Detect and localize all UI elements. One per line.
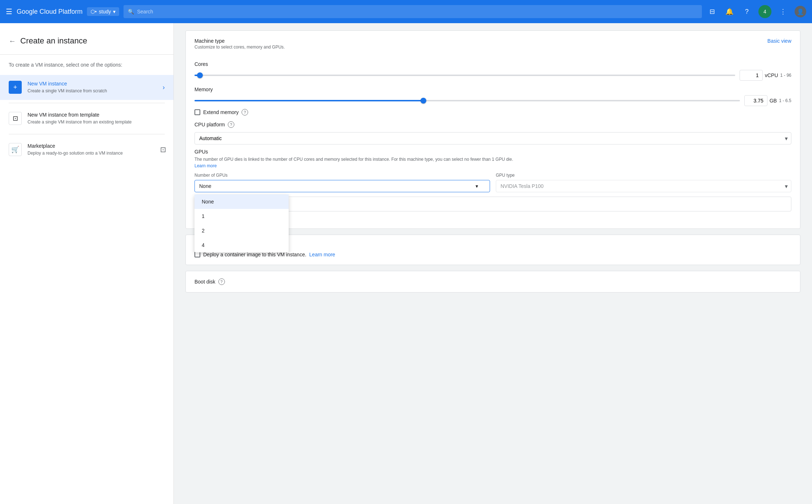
- cpu-platform-label: CPU platform: [194, 122, 225, 127]
- boot-disk-label: Boot disk: [194, 279, 215, 285]
- basic-view-link[interactable]: Basic view: [767, 38, 791, 44]
- search-bar[interactable]: 🔍: [124, 5, 702, 18]
- user-profile-icon[interactable]: 👤: [795, 6, 806, 17]
- project-icon: ⬡•: [91, 9, 97, 14]
- cores-value-input[interactable]: 1: [740, 70, 763, 81]
- container-learn-more-link[interactable]: Learn more: [309, 252, 335, 257]
- badge-count: 4: [763, 9, 766, 14]
- account-avatar[interactable]: 4: [758, 5, 771, 18]
- template-icon: ⊡: [9, 112, 22, 125]
- menu-icon[interactable]: ☰: [6, 7, 12, 16]
- memory-value-input[interactable]: 3.75: [744, 95, 767, 106]
- page-container: ← Create an instance To create a VM inst…: [0, 23, 812, 504]
- memory-slider-track: [194, 100, 740, 101]
- memory-label: Memory: [194, 87, 791, 92]
- chevron-down-icon: ▾: [113, 9, 116, 14]
- search-input[interactable]: [137, 9, 698, 14]
- sidebar-divider-2: [9, 134, 165, 134]
- memory-input-group: 3.75 GB 1 - 6.5: [744, 95, 791, 106]
- sidebar-item-new-vm[interactable]: + New VM instance Create a single VM ins…: [0, 75, 173, 100]
- cpu-platform-help-icon[interactable]: ?: [228, 121, 234, 128]
- extend-memory-row: Extend memory ?: [194, 109, 791, 116]
- more-options-icon[interactable]: ⋮: [777, 6, 789, 17]
- gpu-type-label: GPU type: [496, 173, 791, 178]
- logo-text: Google Cloud Platform: [17, 8, 83, 16]
- memory-slider-container[interactable]: [194, 97, 740, 104]
- gpu-number-select-wrapper: None ▾ None 1: [194, 180, 490, 192]
- sidebar-description: To create a VM instance, select one of t…: [0, 55, 173, 75]
- machine-type-label: Machine type: [194, 38, 285, 44]
- template-content: New VM instance from template Create a s…: [28, 112, 165, 125]
- cores-slider-row: 1 vCPU 1 - 96: [194, 70, 791, 81]
- cores-unit: vCPU: [765, 72, 778, 78]
- gpus-title: GPUs: [194, 149, 791, 155]
- new-vm-content: New VM instance Create a single VM insta…: [28, 81, 157, 94]
- marketplace-icon: 🛒: [9, 143, 22, 156]
- page-header: ← Create an instance: [0, 30, 173, 55]
- gpu-option-none[interactable]: None: [194, 194, 289, 209]
- new-vm-desc: Create a single VM instance from scratch: [28, 88, 157, 94]
- gpu-number-value: None: [199, 183, 211, 189]
- chevron-right-icon: ›: [163, 84, 165, 91]
- back-button[interactable]: ←: [9, 37, 16, 45]
- machine-type-labels: Machine type Customize to select cores, …: [194, 38, 285, 55]
- nav-icons: ⊟ 🔔 ? 4 ⋮ 👤: [706, 5, 806, 18]
- gpu-number-select-trigger[interactable]: None ▾: [194, 180, 490, 192]
- launch-icon[interactable]: ⊡: [160, 145, 166, 154]
- project-name: study: [99, 9, 111, 14]
- extend-memory-label: Extend memory: [203, 109, 239, 115]
- gpu-option-1-label: 1: [202, 213, 205, 219]
- marketplace-content: Marketplace Deploy a ready-to-go solutio…: [28, 143, 165, 156]
- boot-disk-card: Boot disk ?: [185, 271, 800, 293]
- boot-disk-help-icon[interactable]: ?: [218, 278, 225, 285]
- sidebar-divider-1: [9, 103, 165, 103]
- gpu-controls: Number of GPUs None ▾ None: [194, 173, 791, 192]
- memory-slider-row: 3.75 GB 1 - 6.5: [194, 95, 791, 106]
- container-row: Deploy a container image to this VM inst…: [194, 252, 791, 257]
- memory-slider-fill: [194, 100, 423, 101]
- gpu-option-none-label: None: [202, 199, 214, 205]
- gpu-option-2[interactable]: 2: [194, 223, 289, 238]
- cloud-shell-icon[interactable]: ⊟: [706, 6, 718, 17]
- gpu-option-2-label: 2: [202, 228, 205, 234]
- notifications-icon[interactable]: 🔔: [724, 6, 735, 17]
- gpu-option-4-label: 4: [202, 242, 205, 248]
- cores-slider-thumb[interactable]: [197, 72, 203, 78]
- new-vm-icon: +: [9, 81, 22, 94]
- container-checkbox-label: Deploy a container image to this VM inst…: [203, 252, 306, 257]
- cores-label: Cores: [194, 61, 791, 67]
- gpus-section: GPUs The number of GPU dies is linked to…: [194, 149, 791, 221]
- machine-type-sublabel: Customize to select cores, memory and GP…: [194, 45, 285, 50]
- main-content: Machine type Customize to select cores, …: [174, 23, 812, 504]
- sidebar: ← Create an instance To create a VM inst…: [0, 23, 174, 504]
- machine-type-card: Machine type Customize to select cores, …: [185, 30, 800, 229]
- marketplace-title: Marketplace: [28, 143, 165, 149]
- gpu-number-dropdown: None 1 2 4: [194, 194, 289, 252]
- memory-slider-thumb[interactable]: [420, 98, 426, 104]
- container-checkbox[interactable]: [194, 252, 200, 257]
- new-vm-title: New VM instance: [28, 81, 157, 87]
- cores-slider-container[interactable]: [194, 72, 735, 79]
- cores-input-group: 1 vCPU 1 - 96: [740, 70, 791, 81]
- help-icon[interactable]: ?: [741, 6, 753, 17]
- project-selector[interactable]: ⬡• study ▾: [87, 7, 119, 16]
- sidebar-item-marketplace[interactable]: 🛒 Marketplace Deploy a ready-to-go solut…: [0, 137, 173, 162]
- gpu-option-1[interactable]: 1: [194, 209, 289, 223]
- extend-memory-help-icon[interactable]: ?: [242, 109, 248, 116]
- gpu-type-select-wrapper: NVIDIA Tesla P100 ▾: [496, 180, 791, 192]
- gpu-type-select[interactable]: NVIDIA Tesla P100: [496, 180, 791, 192]
- sidebar-item-template[interactable]: ⊡ New VM instance from template Create a…: [0, 106, 173, 131]
- extend-memory-checkbox[interactable]: [194, 109, 200, 115]
- cores-slider-track: [194, 75, 735, 76]
- cpu-platform-select[interactable]: Automatic Intel Skylake Intel Broadwell …: [194, 132, 791, 144]
- gpu-type-col: GPU type NVIDIA Tesla P100 ▾: [496, 173, 791, 192]
- search-icon: 🔍: [128, 9, 134, 14]
- marketplace-desc: Deploy a ready-to-go solution onto a VM …: [28, 150, 165, 156]
- machine-type-header: Machine type Customize to select cores, …: [194, 38, 791, 55]
- memory-unit: GB: [770, 98, 777, 104]
- gpu-number-col: Number of GPUs None ▾ None: [194, 173, 490, 192]
- page-title: Create an instance: [20, 36, 87, 46]
- gpus-learn-more-link[interactable]: Learn more: [194, 163, 217, 168]
- gpu-option-4[interactable]: 4: [194, 238, 289, 252]
- memory-range: 1 - 6.5: [779, 98, 791, 103]
